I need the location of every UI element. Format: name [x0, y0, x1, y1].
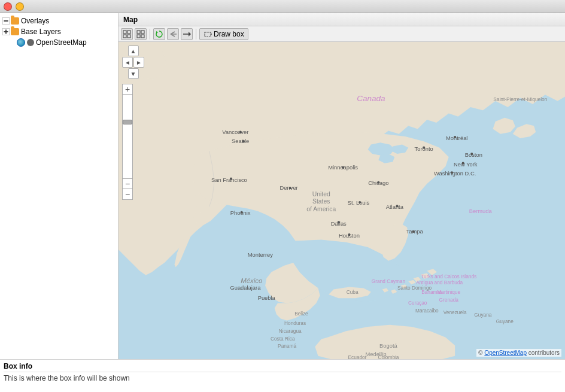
svg-point-77 — [359, 201, 361, 203]
svg-text:Cuba: Cuba — [347, 289, 359, 295]
svg-point-82 — [454, 136, 456, 138]
svg-point-78 — [338, 221, 340, 223]
map-title: Map — [123, 16, 138, 24]
svg-text:Tampa: Tampa — [406, 229, 424, 235]
svg-text:States: States — [312, 198, 330, 205]
svg-text:of America: of America — [306, 206, 336, 212]
separator-2 — [196, 29, 196, 39]
svg-text:Nicaragua: Nicaragua — [279, 328, 302, 334]
svg-text:Atlanta: Atlanta — [386, 204, 404, 210]
svg-rect-10 — [141, 31, 144, 34]
zoom-minus-button-1[interactable]: − — [122, 178, 133, 189]
svg-text:Guyana: Guyana — [474, 312, 491, 318]
zoom-in-button[interactable]: + — [122, 84, 133, 95]
svg-point-81 — [423, 147, 425, 149]
svg-rect-5 — [123, 31, 126, 34]
svg-text:Honduras: Honduras — [284, 320, 306, 326]
pan-down-button[interactable]: ▼ — [128, 68, 139, 79]
back-button[interactable] — [167, 28, 179, 40]
svg-text:Grenada: Grenada — [439, 297, 459, 303]
pan-up-button[interactable]: ▲ — [128, 45, 139, 56]
svg-text:San Francisco: San Francisco — [211, 177, 247, 183]
pan-left-button[interactable]: ◄ — [122, 57, 133, 68]
svg-point-79 — [348, 233, 350, 236]
bottom-panel: Box info This is where the box info will… — [0, 359, 565, 392]
svg-point-85 — [451, 171, 453, 174]
svg-text:Canada: Canada — [357, 94, 385, 103]
attribution-suffix: contributors — [527, 350, 560, 356]
svg-text:Turks and Caicos Islands: Turks and Caicos Islands — [421, 274, 476, 279]
gear-icon — [27, 39, 34, 46]
svg-text:Seattle: Seattle — [232, 138, 249, 144]
pan-right-button[interactable]: ► — [133, 57, 144, 68]
sidebar-item-overlays[interactable]: Overlays — [0, 16, 118, 26]
svg-text:Bogotá: Bogotá — [379, 343, 397, 349]
map-container[interactable]: Canada United States of America México V… — [119, 42, 565, 359]
map-panel: Map — [119, 13, 565, 359]
draw-box-button[interactable]: Draw box — [199, 28, 248, 40]
svg-text:Belize: Belize — [294, 311, 308, 317]
svg-point-72 — [230, 178, 232, 180]
attribution-link[interactable]: OpenStreetMap — [484, 350, 527, 356]
separator-1 — [150, 29, 150, 39]
svg-point-74 — [289, 187, 291, 189]
svg-text:Curaçao: Curaçao — [408, 300, 427, 306]
zoom-extent-icon — [123, 30, 131, 38]
titlebar — [0, 0, 565, 13]
svg-point-86 — [412, 230, 414, 233]
svg-point-71 — [242, 140, 245, 142]
back-icon — [169, 30, 177, 38]
globe-icon — [17, 38, 25, 47]
svg-text:México: México — [241, 277, 262, 284]
box-info-title: Box info — [4, 362, 561, 372]
map-header: Map — [119, 13, 565, 26]
sidebar: Overlays Base Layers OpenStreetMap — [0, 13, 119, 359]
zoom-slider-handle[interactable] — [123, 120, 132, 124]
svg-text:Washington D.C.: Washington D.C. — [434, 171, 476, 177]
svg-text:Colombia: Colombia — [378, 354, 399, 359]
grid-button-1[interactable] — [121, 28, 133, 40]
svg-rect-17 — [205, 32, 211, 37]
sidebar-item-base-layers[interactable]: Base Layers — [0, 26, 118, 37]
svg-rect-9 — [137, 31, 140, 34]
svg-text:Bermuda: Bermuda — [469, 208, 493, 214]
svg-text:New York: New York — [454, 162, 478, 168]
svg-text:United: United — [312, 191, 330, 197]
map-attribution: © OpenStreetMap contributors — [476, 349, 561, 357]
sidebar-item-openstreetmap[interactable]: OpenStreetMap — [0, 37, 118, 48]
svg-rect-11 — [137, 35, 140, 38]
minimize-button[interactable] — [16, 2, 24, 11]
collapse-icon — [2, 28, 10, 35]
svg-point-73 — [241, 211, 243, 214]
svg-point-84 — [462, 162, 464, 165]
refresh-button[interactable] — [153, 28, 165, 40]
svg-text:Phoenix: Phoenix — [230, 210, 251, 216]
svg-point-83 — [470, 153, 473, 155]
svg-point-80 — [396, 205, 398, 207]
grid-button-2[interactable] — [135, 28, 147, 40]
svg-text:St. Louis: St. Louis — [348, 200, 370, 206]
zoom-slider-track — [122, 95, 133, 178]
svg-text:Grand Cayman: Grand Cayman — [372, 278, 406, 284]
svg-rect-12 — [141, 35, 144, 38]
svg-text:Antigua and Barbuda: Antigua and Barbuda — [416, 279, 463, 285]
svg-text:Venezuela: Venezuela — [444, 309, 467, 315]
svg-point-76 — [377, 181, 379, 184]
map-navigation: ▲ ◄ ► ▼ — [122, 45, 144, 79]
close-button[interactable] — [4, 2, 12, 11]
svg-rect-8 — [127, 35, 130, 38]
map-toolbar: Draw box — [119, 26, 565, 42]
forward-button[interactable] — [181, 28, 193, 40]
forward-icon — [183, 30, 191, 38]
box-info-text: This is where the box info will be shown — [4, 374, 561, 382]
draw-box-icon — [203, 30, 212, 38]
svg-marker-16 — [189, 32, 191, 37]
base-layers-label: Base Layers — [21, 28, 61, 36]
svg-text:Costa Rica: Costa Rica — [271, 336, 295, 342]
svg-text:Vancouver: Vancouver — [222, 129, 248, 135]
svg-text:Denver: Denver — [280, 185, 298, 191]
svg-rect-7 — [123, 35, 126, 38]
svg-text:Puebla: Puebla — [258, 295, 276, 301]
svg-point-70 — [239, 131, 242, 133]
zoom-minus-button-2[interactable]: − — [122, 189, 133, 200]
